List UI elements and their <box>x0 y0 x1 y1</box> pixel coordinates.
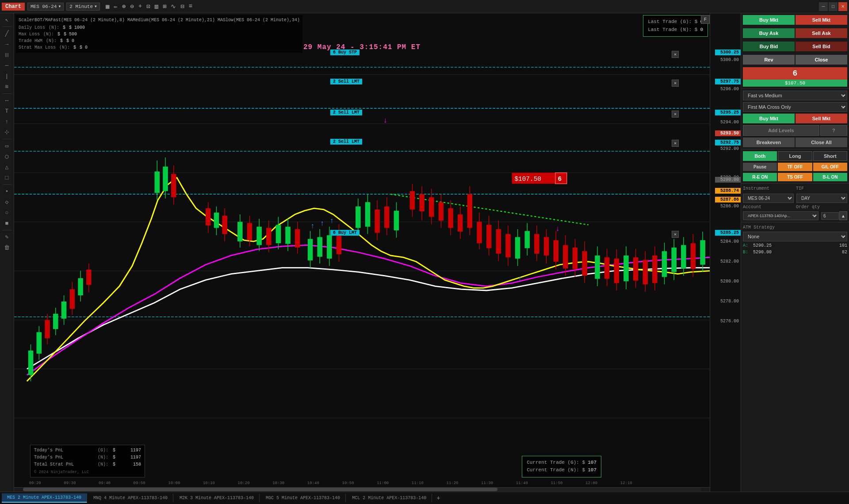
tif-select[interactable]: DAY <box>796 194 847 203</box>
minimize-btn[interactable]: ─ <box>819 2 828 11</box>
time-tick-5: 10:00 <box>168 481 180 485</box>
re-on-btn[interactable]: R-E ON <box>743 173 777 181</box>
vline-tool[interactable]: | <box>1 71 13 81</box>
list-icon[interactable]: ≡ <box>187 2 194 11</box>
todays-pnl-g-val: 1197 <box>123 447 141 454</box>
chart-menu[interactable]: Chart <box>2 3 25 11</box>
chart2-icon[interactable]: ⊡ <box>145 2 151 11</box>
buy-ask-btn[interactable]: Buy Ask <box>743 28 795 38</box>
timeframe-dropdown[interactable]: 2 Minute <box>66 3 100 11</box>
marker-tool[interactable]: ⊹ <box>1 127 13 137</box>
strategy2-select[interactable]: First MA Cross Only <box>743 102 847 112</box>
close-btn[interactable]: ✕ <box>838 2 847 11</box>
tf-off-btn[interactable]: TF OFF <box>778 163 812 171</box>
rev-btn[interactable]: Rev <box>743 55 795 65</box>
square-tool[interactable]: □ <box>1 173 13 183</box>
sell-mkt-btn[interactable]: Sell Mkt <box>795 15 847 25</box>
current-trade-g-label: Current Trade (G): $ <box>527 459 585 467</box>
ellipse-tool[interactable]: ◯ <box>1 152 13 161</box>
instrument-dropdown[interactable]: MES 06-24 <box>27 3 64 11</box>
scroll-thumb[interactable] <box>23 488 497 491</box>
strategy1-select[interactable]: Fast vs Medium <box>743 91 847 100</box>
tab-m2k-3min[interactable]: M2K 3 Minute APEX-113783-140 <box>174 494 260 502</box>
account-select[interactable]: APEX-113783-140!Ap... <box>743 211 818 220</box>
trash-tool[interactable]: 🗑 <box>1 243 13 252</box>
question-btn[interactable]: ? <box>820 125 848 136</box>
wave-icon[interactable]: ∿ <box>169 2 177 11</box>
circle-tool[interactable]: ○ <box>1 208 13 218</box>
chart3-icon[interactable]: ⊞ <box>161 2 168 11</box>
note-tool[interactable]: ✎ <box>1 232 13 242</box>
time-tick-9: 10:40 <box>307 481 319 485</box>
sell-bid-btn[interactable]: Sell Bid <box>795 42 847 51</box>
sell-lmt-close-1[interactable]: ✕ <box>672 80 679 87</box>
tab-mes-2min[interactable]: MES 2 Minute APEX-113783-140 <box>2 493 87 503</box>
bar-chart-icon[interactable]: ▦ <box>104 2 111 11</box>
chart-area[interactable]: ↑ ↑ ↑ ↑ ↓ ↓ $107.50 6 ScalerBOT/MAFast(M… <box>14 13 710 492</box>
zoom-in-icon[interactable]: ⊕ <box>121 2 127 11</box>
buy-mkt-btn[interactable]: Buy Mkt <box>743 15 795 25</box>
dot-tool[interactable]: • <box>1 187 13 196</box>
add-icon[interactable]: + <box>137 2 143 11</box>
diamond-tool[interactable]: ◇ <box>1 197 13 207</box>
breakeven-btn[interactable]: Breakeven <box>743 137 795 147</box>
pointer-tool[interactable]: ↖ <box>1 15 13 25</box>
qty-input[interactable] <box>821 212 839 220</box>
time-tick-15: 11:40 <box>516 481 528 485</box>
bl-on-btn[interactable]: B-L ON <box>813 173 847 181</box>
grid-icon[interactable]: ⊟ <box>179 2 185 11</box>
price-tag-5285: 5285.25 <box>715 230 741 236</box>
hline-tool[interactable]: ─ <box>1 61 13 70</box>
tab-mgc-5min[interactable]: MGC 5 Minute APEX-113783-140 <box>260 494 346 502</box>
chart-scrollbar[interactable] <box>14 487 710 492</box>
rect-tool[interactable]: ▭ <box>1 141 13 151</box>
a-price: 5290.25 <box>753 243 836 248</box>
triangle-tool[interactable]: △ <box>1 162 13 172</box>
square2-tool[interactable]: ■ <box>1 218 13 228</box>
sell-lmt-close-3[interactable]: ✕ <box>672 140 679 147</box>
instrument-select[interactable]: MES 06-24 <box>743 194 794 203</box>
arrow-tool[interactable]: ↑ <box>1 117 13 126</box>
atm-select[interactable]: None <box>743 232 847 241</box>
tab-mnq-4min[interactable]: MNQ 4 Minute APEX-113783-140 <box>88 494 173 502</box>
close-btn[interactable]: Close <box>795 55 847 65</box>
qty-increment-btn[interactable]: ▲ <box>839 211 847 220</box>
measure-tool[interactable]: ↔ <box>1 95 13 105</box>
tab-mcl-2min[interactable]: MCL 2 Minute APEX-113783-140 <box>347 494 432 502</box>
long-btn[interactable]: Long <box>778 151 812 161</box>
bar-icon[interactable]: ▥ <box>153 2 159 11</box>
channel-tool[interactable]: ⫼ <box>1 50 13 60</box>
gl-off-btn[interactable]: G/L OFF <box>813 163 847 171</box>
tab-add-btn[interactable]: + <box>433 493 444 504</box>
a-row: A: 5290.25 101 <box>741 242 849 249</box>
buy-stp-close[interactable]: ✕ <box>672 51 679 58</box>
toolbar-icons: ▦ ✏ ⊕ ⊖ + ⊡ ▥ ⊞ ∿ ⊟ ≡ <box>104 2 194 11</box>
pause-btn[interactable]: Pause <box>743 163 777 171</box>
buy-lmt-close[interactable]: ✕ <box>672 231 679 238</box>
add-levels-btn[interactable]: Add Levels <box>743 125 819 136</box>
sell-mkt2-btn[interactable]: Sell Mkt <box>795 114 847 123</box>
svg-text:$107.50: $107.50 <box>514 176 541 183</box>
right-panel: Buy Mkt Sell Mkt Buy Ask Sell Ask Buy Bi… <box>741 13 849 492</box>
price-label-5294: 5294.00 <box>719 119 741 125</box>
both-btn[interactable]: Both <box>743 151 777 161</box>
ray-tool[interactable]: → <box>1 39 13 49</box>
todays-pnl-n-val: 1197 <box>123 454 141 461</box>
text-tool[interactable]: T <box>1 106 13 116</box>
top-bar: Chart MES 06-24 2 Minute ▦ ✏ ⊕ ⊖ + ⊡ ▥ ⊞… <box>0 0 849 13</box>
pencil-icon[interactable]: ✏ <box>112 2 119 11</box>
f-button[interactable]: F <box>701 15 710 24</box>
line-tool[interactable]: ╱ <box>1 29 13 38</box>
sell-lmt-close-2[interactable]: ✕ <box>672 111 679 118</box>
ts-off-btn[interactable]: TS OFF <box>778 173 812 181</box>
sell-ask-btn[interactable]: Sell Ask <box>795 28 847 38</box>
fib-tool[interactable]: ≋ <box>1 82 13 92</box>
position-size-display: 6 <box>743 67 847 80</box>
buy-bid-btn[interactable]: Buy Bid <box>743 42 795 51</box>
close-all-btn[interactable]: Close All <box>795 137 847 147</box>
restore-btn[interactable]: □ <box>829 2 838 11</box>
short-btn[interactable]: Short <box>813 151 847 161</box>
todays-pnl-n-label: Today's PnL <box>34 454 96 461</box>
zoom-out-icon[interactable]: ⊖ <box>129 2 135 11</box>
buy-mkt2-btn[interactable]: Buy Mkt <box>743 114 795 123</box>
